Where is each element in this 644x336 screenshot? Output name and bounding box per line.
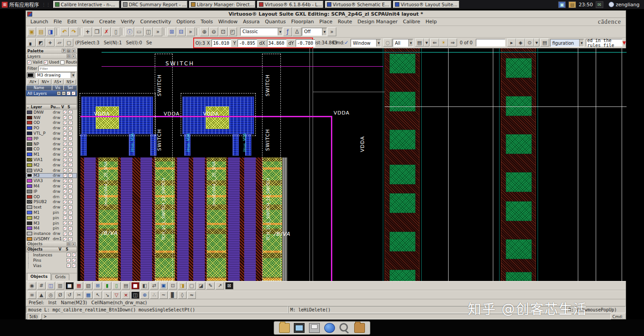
close-icon[interactable]: × bbox=[72, 54, 76, 58]
highlight-toggle[interactable]: ☀ bbox=[439, 38, 448, 47]
probe-icon[interactable]: ⊙ bbox=[525, 38, 534, 47]
objects-row[interactable]: Vias bbox=[28, 263, 77, 268]
tool-icon[interactable]: ▢ bbox=[187, 282, 196, 289]
layers-header[interactable]: Layers ⊟× bbox=[26, 54, 77, 59]
selection-outline[interactable] bbox=[80, 93, 156, 136]
layer-swatch[interactable] bbox=[27, 121, 32, 124]
rules-file-field[interactable]: ed in the rules file bbox=[586, 39, 623, 47]
layout-canvas[interactable]: SWITCH SWITCH SWITCH SWITCH SWITCH VDDA … bbox=[77, 48, 627, 281]
layer-filter-input[interactable] bbox=[38, 66, 77, 71]
layer-row[interactable]: M3 pin bbox=[26, 221, 77, 226]
tool-icon[interactable]: ~ bbox=[159, 291, 168, 299]
window-titlebar[interactable]: Virtuoso® Layout Suite GXL Editing: SCPA… bbox=[26, 11, 626, 18]
tool-icon[interactable]: ↘ bbox=[103, 291, 111, 299]
tool-icon[interactable]: ⊞ bbox=[167, 27, 176, 36]
objects-row[interactable]: Instances bbox=[28, 252, 77, 258]
tool-icon[interactable] bbox=[80, 28, 82, 35]
used-checkbox[interactable] bbox=[44, 60, 48, 64]
tool-icon[interactable]: ▦ bbox=[84, 291, 93, 299]
tool-icon[interactable] bbox=[196, 28, 199, 35]
select-mode-icon[interactable]: ▢ bbox=[64, 38, 73, 47]
layer-swatch[interactable] bbox=[27, 221, 32, 225]
tool-icon[interactable]: ■ bbox=[131, 282, 140, 289]
layer-select-checkbox[interactable] bbox=[68, 211, 72, 215]
layer-visible-checkbox[interactable] bbox=[63, 158, 67, 162]
search-input[interactable] bbox=[476, 39, 505, 47]
dx-field[interactable] bbox=[267, 39, 287, 47]
select-mode-icon[interactable]: ◩ bbox=[36, 38, 45, 47]
tool-icon[interactable]: ✂ bbox=[75, 291, 83, 299]
tool-icon[interactable]: ↷ bbox=[69, 27, 78, 36]
layer-swatch[interactable] bbox=[27, 211, 32, 214]
objects-column-header[interactable]: Objects bbox=[26, 247, 59, 251]
tool-icon[interactable]: ↶ bbox=[60, 27, 69, 36]
layer-row[interactable]: M4 drw bbox=[26, 183, 77, 189]
save-icon[interactable] bbox=[309, 323, 320, 333]
tool-icon[interactable]: ▧ bbox=[84, 282, 93, 289]
layer-row[interactable]: M3 drw bbox=[26, 173, 77, 179]
layer-swatch[interactable] bbox=[27, 190, 32, 193]
tool-icon[interactable]: ◨ bbox=[178, 282, 186, 289]
layer-row[interactable]: NP drw bbox=[26, 141, 77, 147]
layer-visible-checkbox[interactable] bbox=[63, 189, 67, 193]
layer-column-header[interactable]: Layer bbox=[31, 105, 51, 109]
all-select-checkbox[interactable] bbox=[72, 91, 76, 95]
layer-swatch[interactable] bbox=[27, 126, 32, 130]
layer-row[interactable]: VIA2 drw bbox=[26, 168, 77, 173]
tool-icon[interactable]: ◊ bbox=[178, 291, 186, 299]
user-menu[interactable]: zengliang bbox=[606, 0, 642, 9]
layer-visible-checkbox[interactable] bbox=[63, 211, 67, 215]
tool-icon[interactable]: » bbox=[327, 27, 336, 36]
objects-v-header[interactable]: V bbox=[59, 247, 66, 251]
float-icon[interactable]: ⊟ bbox=[67, 54, 71, 58]
float-icon[interactable]: ⊟ bbox=[67, 49, 71, 53]
layer-select-checkbox[interactable] bbox=[68, 216, 72, 220]
sel-column-header[interactable]: Sel bbox=[64, 85, 77, 90]
layer-swatch[interactable] bbox=[27, 142, 32, 146]
taskbar-app-button[interactable]: DRC Summary Report - ... bbox=[121, 1, 187, 8]
layer-swatch[interactable] bbox=[27, 232, 32, 235]
search-scope-combo[interactable]: All bbox=[393, 39, 413, 47]
layer-swatch[interactable] bbox=[27, 169, 32, 172]
object-visible-checkbox[interactable] bbox=[67, 258, 71, 262]
layer-row[interactable]: NW drw bbox=[26, 115, 77, 120]
s-column-header[interactable]: S bbox=[68, 105, 74, 109]
tool-icon[interactable]: ⊡ bbox=[219, 27, 228, 36]
taskbar-app-button[interactable]: Virtuoso® Layout Suite... bbox=[393, 1, 459, 8]
tool-icon[interactable]: ✗ bbox=[102, 27, 111, 36]
tab-grids[interactable]: Grids bbox=[51, 274, 69, 280]
tool-icon[interactable]: ❐ bbox=[93, 27, 102, 36]
layer-swatch[interactable] bbox=[27, 195, 32, 199]
valid-checkbox[interactable] bbox=[27, 60, 31, 64]
palette-header[interactable]: Palette ?⊟× bbox=[26, 48, 77, 54]
tool-icon[interactable]: ⓘ bbox=[125, 27, 134, 36]
layer-quad-combo[interactable]: NV bbox=[39, 79, 51, 85]
layer-row[interactable]: M1 pin bbox=[26, 210, 77, 215]
layer-swatch[interactable] bbox=[27, 226, 32, 230]
layer-select-checkbox[interactable] bbox=[68, 195, 72, 199]
tool-icon[interactable]: ▣ bbox=[27, 27, 36, 36]
tool-icon[interactable]: » bbox=[153, 27, 162, 36]
layer-select-checkbox[interactable] bbox=[68, 184, 72, 188]
layer-row[interactable]: VIA1 drw bbox=[26, 157, 77, 162]
tool-icon[interactable]: ▊ bbox=[169, 291, 177, 299]
float-icon[interactable]: ⊟ bbox=[67, 242, 71, 246]
layer-swatch[interactable] bbox=[27, 153, 32, 156]
tool-icon[interactable]: ƒ bbox=[283, 27, 292, 36]
menu-item[interactable]: Create bbox=[97, 18, 119, 25]
layer-select-checkbox[interactable] bbox=[68, 142, 72, 146]
tool-icon[interactable]: ⊖ bbox=[209, 27, 218, 36]
tray-icon[interactable]: ✉ bbox=[596, 1, 603, 8]
applications-menu[interactable]: ⊞ 所有应用程序 bbox=[2, 1, 39, 8]
search-icon[interactable]: ◌ bbox=[383, 38, 392, 47]
object-visible-checkbox[interactable] bbox=[67, 253, 71, 257]
y-coordinate-field[interactable] bbox=[237, 39, 257, 47]
folder-icon[interactable] bbox=[354, 323, 365, 333]
layer-visible-checkbox[interactable] bbox=[63, 168, 67, 172]
collapse-icon[interactable]: − bbox=[62, 91, 66, 95]
tool-icon[interactable]: ⊠ bbox=[225, 282, 233, 289]
display-mode-combo[interactable]: Classic bbox=[240, 28, 283, 36]
layer-visible-checkbox[interactable] bbox=[63, 142, 67, 146]
layer-row[interactable]: PP drw bbox=[26, 136, 77, 141]
object-select-checkbox[interactable] bbox=[72, 264, 76, 268]
